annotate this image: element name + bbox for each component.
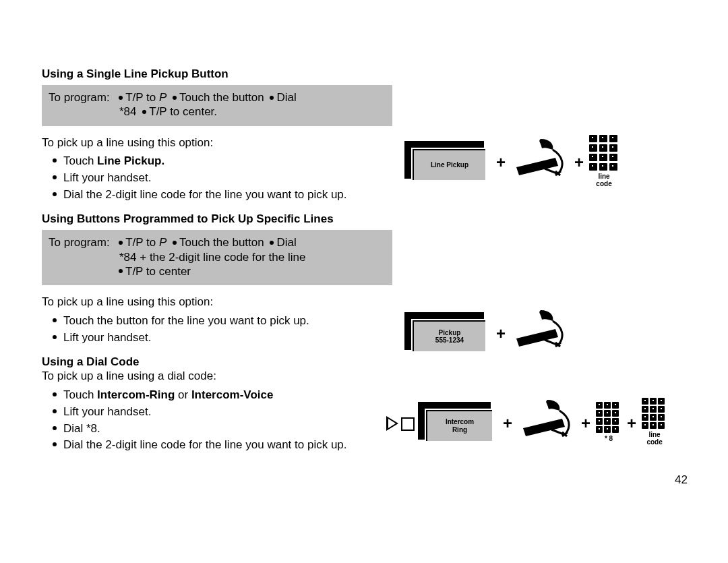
keypad-caption: * 8 bbox=[596, 435, 621, 442]
program-seg1a: T/P to bbox=[125, 91, 159, 104]
keypad-icon: * 8 bbox=[596, 402, 621, 442]
section2-intro: To pick up a line using this option: bbox=[42, 295, 392, 310]
section1-intro: To pick up a line using this option: bbox=[42, 136, 392, 151]
li-text: or bbox=[175, 388, 191, 401]
list-item: Touch Intercom-Ring or Intercom-Voice bbox=[63, 387, 392, 404]
list-item: Lift your handset. bbox=[63, 330, 392, 347]
list-item: Touch Line Pickup. bbox=[63, 153, 392, 170]
button-label: Pickup 555-1234 bbox=[413, 320, 485, 351]
program-line1: To program: T/P to P Touch the button Di… bbox=[49, 90, 386, 105]
li-bold: Intercom-Voice bbox=[191, 388, 274, 401]
list-item: Dial the 2-digit line code for the line … bbox=[63, 437, 392, 454]
page: Using a Single Line Pickup Button To pro… bbox=[0, 0, 728, 563]
section3-list: Touch Intercom-Ring or Intercom-Voice Li… bbox=[42, 387, 392, 454]
section3-intro: To pick up a line using a dial code: bbox=[42, 369, 392, 384]
section3-heading: Using a Dial Code bbox=[42, 355, 392, 369]
plus-icon: + bbox=[574, 153, 584, 172]
phone-button-intercom-ring: Intercom Ring bbox=[418, 402, 497, 442]
left-column: Using a Single Line Pickup Button To pro… bbox=[42, 67, 392, 463]
bullet-icon bbox=[173, 96, 177, 100]
li-text: Touch bbox=[63, 154, 97, 167]
bullet-icon bbox=[142, 110, 146, 114]
program-seg1a: T/P to bbox=[125, 236, 159, 249]
list-item: Lift your handset. bbox=[63, 404, 392, 421]
handset-icon bbox=[511, 138, 569, 185]
list-item: Dial the 2-digit line code for the line … bbox=[63, 187, 392, 204]
li-bold: Line Pickup. bbox=[97, 154, 164, 167]
phone-button-pickup-number: Pickup 555-1234 bbox=[404, 312, 491, 353]
list-item: Lift your handset. bbox=[63, 170, 392, 187]
program-seg3: Dial bbox=[276, 236, 296, 249]
list-item: Dial *8. bbox=[63, 421, 392, 438]
section1-list: Touch Line Pickup. Lift your handset. Di… bbox=[42, 153, 392, 203]
button-label: Line Pickup bbox=[413, 149, 485, 180]
program-line2: *84 + the 2-digit line code for the line bbox=[49, 250, 386, 264]
illustration-row-2: Pickup 555-1234 + bbox=[404, 309, 569, 356]
keypad-icon: linecode bbox=[642, 398, 667, 446]
keypad-caption: linecode bbox=[589, 173, 619, 187]
intercom-indicator-icon bbox=[386, 415, 416, 432]
keypad-icon: linecode bbox=[589, 135, 619, 187]
button-label: Intercom Ring bbox=[426, 410, 492, 441]
phone-button-line-pickup: Line Pickup bbox=[404, 141, 491, 181]
handset-icon bbox=[518, 398, 576, 446]
page-number: 42 bbox=[675, 473, 688, 487]
illustration-row-3: Intercom Ring + + * 8 bbox=[386, 398, 667, 446]
program-label: To program: bbox=[49, 236, 110, 249]
program-seg1b: P bbox=[159, 91, 166, 104]
program-line3: T/P to center bbox=[49, 264, 386, 278]
program-line2a: *84 bbox=[119, 105, 137, 118]
plus-icon: + bbox=[503, 414, 512, 433]
section2-program-box: To program: T/P to P Touch the button Di… bbox=[42, 230, 392, 285]
program-seg3: Dial bbox=[276, 91, 296, 104]
program-seg1b: P bbox=[159, 236, 166, 249]
li-text: Touch bbox=[63, 388, 97, 401]
section2-list: Touch the button for the line you want t… bbox=[42, 313, 392, 346]
section1-heading: Using a Single Line Pickup Button bbox=[42, 67, 392, 81]
program-seg2: Touch the button bbox=[179, 91, 264, 104]
program-seg2: Touch the button bbox=[179, 236, 264, 249]
handset-icon bbox=[511, 309, 569, 356]
bullet-icon bbox=[270, 241, 274, 245]
bullet-icon bbox=[119, 241, 123, 245]
bullet-icon bbox=[119, 96, 123, 100]
program-line3-text: T/P to center bbox=[125, 265, 191, 278]
bullet-icon bbox=[173, 241, 177, 245]
bullet-icon bbox=[119, 269, 123, 273]
keypad-caption: linecode bbox=[642, 431, 667, 446]
section2-heading: Using Buttons Programmed to Pick Up Spec… bbox=[42, 212, 392, 226]
bullet-icon bbox=[270, 96, 274, 100]
program-line2b: T/P to center. bbox=[149, 105, 217, 118]
plus-icon: + bbox=[581, 414, 590, 433]
plus-icon: + bbox=[496, 324, 506, 343]
program-line2: *84 T/P to center. bbox=[49, 105, 386, 119]
li-bold: Intercom-Ring bbox=[97, 388, 175, 401]
section1-program-box: To program: T/P to P Touch the button Di… bbox=[42, 85, 392, 126]
plus-icon: + bbox=[496, 153, 506, 172]
illustration-row-1: Line Pickup + + linecode bbox=[404, 135, 619, 187]
program-label: To program: bbox=[49, 91, 110, 104]
program-line1: To program: T/P to P Touch the button Di… bbox=[49, 235, 386, 249]
plus-icon: + bbox=[627, 414, 636, 433]
list-item: Touch the button for the line you want t… bbox=[63, 313, 392, 330]
